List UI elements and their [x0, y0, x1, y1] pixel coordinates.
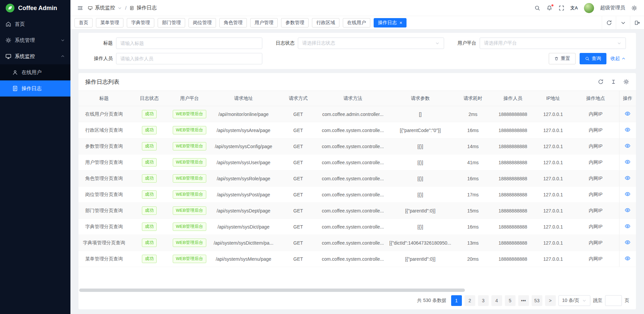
fullscreen-icon[interactable]: [558, 5, 565, 11]
collapse-filters-link[interactable]: 收起: [610, 56, 626, 62]
cell-ip: 127.0.0.1: [534, 154, 572, 171]
cell-location: 内网IP: [572, 106, 619, 122]
cell-action: [619, 138, 636, 154]
col-duration: 请求耗时: [454, 91, 492, 106]
platform-select[interactable]: 请选择用户平台: [480, 38, 626, 49]
collapse-sidebar-icon[interactable]: [77, 5, 83, 11]
view-detail-eye-icon[interactable]: [625, 159, 631, 165]
view-detail-eye-icon[interactable]: [625, 175, 631, 181]
cell-func: com.coffee.system.controlle...: [319, 219, 386, 235]
breadcrumb-separator: /: [125, 5, 126, 11]
sidebar-item-label: 系统监控: [15, 53, 35, 60]
cell-status: 成功: [129, 106, 169, 122]
refresh-tab-icon[interactable]: [602, 16, 616, 29]
page-button-1[interactable]: 1: [451, 295, 462, 306]
platform-badge: WEB管理后台: [173, 206, 206, 214]
title-filter-input[interactable]: [116, 38, 262, 49]
tab-role-management[interactable]: 角色管理: [219, 18, 247, 27]
layout-toggle-icon[interactable]: [630, 16, 644, 29]
view-detail-eye-icon[interactable]: [625, 111, 631, 117]
col-params: 请求参数: [386, 91, 454, 106]
sidebar-item-label: 操作日志: [21, 85, 42, 92]
jump-page-input[interactable]: [605, 295, 622, 306]
sidebar-item-system-management[interactable]: 系统管理: [0, 32, 70, 48]
sidebar: Coffee Admin 首页 系统管理 系统监控 在线用户: [0, 0, 70, 314]
log-status-select[interactable]: 请选择日志状态: [298, 38, 444, 49]
chevron-down-icon[interactable]: [117, 6, 122, 10]
content: 标题 日志状态 请选择日志状态 用户平台 请选择用户平台: [70, 29, 644, 314]
username[interactable]: 超级管理员: [600, 5, 625, 11]
cell-status: 成功: [129, 138, 169, 154]
tab-config-management[interactable]: 参数管理: [281, 18, 309, 27]
cell-action: [619, 235, 636, 251]
tab-close-icon[interactable]: ×: [399, 20, 402, 25]
cell-operator: 18888888888: [492, 154, 534, 171]
row-density-icon[interactable]: [610, 79, 616, 85]
page-more-icon[interactable]: •••: [518, 295, 529, 306]
page-button-2[interactable]: 2: [465, 295, 475, 306]
tab-actions-chevron-icon[interactable]: [616, 16, 630, 29]
tab-user-management[interactable]: 用户管理: [250, 18, 278, 27]
cell-duration: 15ms: [454, 203, 492, 219]
chevron-down-icon: [617, 41, 622, 46]
tab-dict-management[interactable]: 字典管理: [127, 18, 154, 27]
cell-location: 内网IP: [572, 187, 619, 203]
breadcrumb-root[interactable]: 系统监控: [95, 5, 115, 11]
table-body: 在线用户分页查询 成功 WEB管理后台 /api/monitor/online/…: [78, 106, 636, 267]
view-detail-eye-icon[interactable]: [625, 223, 631, 229]
page-button-5[interactable]: 5: [505, 295, 516, 306]
reset-button[interactable]: 重置: [549, 53, 576, 64]
tab-menu-management[interactable]: 菜单管理: [96, 18, 123, 27]
cell-platform: WEB管理后台: [169, 106, 210, 122]
cell-operator: 18888888888: [492, 235, 534, 251]
view-detail-eye-icon[interactable]: [625, 239, 631, 245]
page-size-select[interactable]: 10 条/页: [558, 295, 590, 306]
avatar[interactable]: [584, 3, 594, 13]
coffee-logo-icon: [5, 3, 15, 13]
tab-online-users[interactable]: 在线用户: [343, 18, 370, 27]
col-status: 日志状态: [129, 91, 169, 106]
operator-filter-input[interactable]: [116, 53, 262, 64]
cell-location: 内网IP: [572, 203, 619, 219]
tab-dept-management[interactable]: 部门管理: [158, 18, 185, 27]
page-button-4[interactable]: 4: [491, 295, 502, 306]
cell-action: [619, 154, 636, 171]
status-badge: 成功: [142, 206, 157, 214]
page-button-53[interactable]: 53: [532, 295, 542, 306]
page-button-3[interactable]: 3: [478, 295, 489, 306]
refresh-table-icon[interactable]: [598, 79, 604, 85]
cell-func: com.coffee.system.controlle...: [319, 251, 386, 267]
cell-method: GET: [277, 154, 319, 171]
view-detail-eye-icon[interactable]: [625, 127, 631, 133]
cell-url: /api/monitor/online/page: [210, 106, 277, 122]
view-detail-eye-icon[interactable]: [625, 207, 631, 213]
view-detail-eye-icon[interactable]: [625, 255, 631, 261]
cell-operator: 18888888888: [492, 106, 534, 122]
col-action: 操作: [619, 91, 636, 106]
tab-post-management[interactable]: 岗位管理: [189, 18, 216, 27]
cell-ip: 127.0.0.1: [534, 171, 572, 187]
tab-operation-log[interactable]: 操作日志 ×: [374, 18, 407, 27]
settings-gear-icon[interactable]: [631, 5, 637, 11]
tab-area-management[interactable]: 行政区域: [312, 18, 339, 27]
view-detail-eye-icon[interactable]: [625, 191, 631, 197]
tab-home[interactable]: 首页: [74, 18, 93, 27]
column-settings-gear-icon[interactable]: [623, 79, 629, 85]
cell-params: [{"parentCode":"0"}]: [386, 122, 454, 138]
notification-bell-icon[interactable]: [546, 5, 552, 11]
sidebar-item-operation-log[interactable]: 操作日志: [0, 80, 70, 97]
language-switch-icon[interactable]: 文A: [571, 5, 578, 11]
search-icon[interactable]: [534, 5, 540, 11]
sidebar-item-home[interactable]: 首页: [0, 16, 70, 32]
home-icon: [5, 21, 11, 27]
cell-method: GET: [277, 219, 319, 235]
next-page-button[interactable]: >: [545, 295, 556, 306]
platform-badge: WEB管理后台: [173, 158, 206, 166]
hscrollbar-thumb[interactable]: [79, 289, 465, 292]
view-detail-eye-icon[interactable]: [625, 143, 631, 149]
cell-duration: 20ms: [454, 251, 492, 267]
search-button[interactable]: 查询: [580, 53, 606, 64]
sidebar-item-system-monitor[interactable]: 系统监控: [0, 48, 70, 64]
table-row: 在线用户分页查询 成功 WEB管理后台 /api/monitor/online/…: [78, 106, 636, 122]
sidebar-item-online-users[interactable]: 在线用户: [0, 64, 70, 80]
